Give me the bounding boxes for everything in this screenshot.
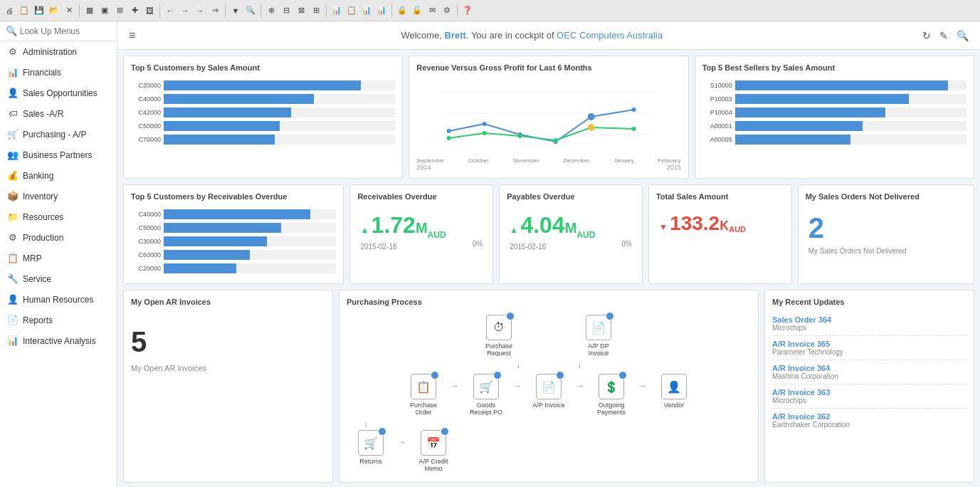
grid-icon[interactable]: ▣: [98, 4, 111, 17]
sidebar-item-purchasing[interactable]: 🛒 Purchasing - A/P: [0, 124, 117, 145]
vendor-icon-box[interactable]: 👤: [661, 374, 687, 399]
down-arrow-icon: [659, 222, 670, 232]
report1-icon[interactable]: 📊: [330, 4, 343, 17]
financials-icon: 📊: [7, 67, 19, 78]
zoom-icon[interactable]: 🔍: [244, 4, 257, 17]
cockpit-text: . You are in cockpit of: [466, 30, 557, 41]
bar-row: C30000: [131, 236, 336, 246]
view2-icon[interactable]: ⊟: [280, 4, 293, 17]
bar-track: [164, 121, 395, 131]
add-icon[interactable]: ✚: [128, 4, 141, 17]
sales-ar-icon: 🏷: [7, 108, 19, 119]
purchase-request-icon-box[interactable]: ⏱: [486, 315, 512, 340]
ap-credit-icon-box[interactable]: 📅: [421, 430, 446, 456]
refresh-icon[interactable]: ↻: [922, 30, 931, 41]
service-icon: 🔧: [7, 273, 19, 284]
sidebar-item-resources[interactable]: 📁 Resources: [0, 206, 117, 227]
bar-track: [164, 108, 395, 117]
sidebar-item-business-partners[interactable]: 👥 Business Partners: [0, 145, 117, 165]
ap-invoice-label: A/P Invoice: [532, 402, 564, 409]
receivables-overdue-title: Receivables Overdue: [357, 192, 485, 201]
svg-point-14: [632, 127, 636, 131]
sidebar-item-production[interactable]: ⚙ Production: [0, 227, 117, 248]
sidebar-item-inventory[interactable]: 📦 Inventory: [0, 186, 117, 206]
sidebar-label-service: Service: [23, 274, 51, 284]
bar-label: C70000: [131, 136, 161, 143]
year-labels: 2014 2015: [416, 164, 680, 171]
lock1-icon[interactable]: 🔒: [396, 4, 409, 17]
search-input[interactable]: [20, 26, 111, 36]
total-sales-title: Total Sales Amount: [656, 192, 784, 201]
save-icon[interactable]: 💾: [33, 4, 46, 17]
chart-icon[interactable]: ▦: [83, 4, 96, 17]
sidebar-item-administration[interactable]: ⚙ Administration: [0, 41, 117, 62]
table-icon[interactable]: ⊞: [113, 4, 126, 17]
sidebar-item-sales-opportunities[interactable]: 👤 Sales Opportunities: [0, 83, 117, 103]
ap-dp-invoice-icon-box[interactable]: 📄: [586, 315, 611, 340]
sidebar-item-sales-ar[interactable]: 🏷 Sales -A/R: [0, 103, 117, 124]
filter-icon[interactable]: ▼: [229, 4, 242, 17]
company-link[interactable]: OEC Computers Australia: [557, 30, 663, 41]
bar-row: C70000: [131, 135, 395, 145]
sidebar-item-mrp[interactable]: 📋 MRP: [0, 248, 117, 268]
bar-row: C20000: [131, 263, 336, 273]
recent-link-5[interactable]: A/R Invoice 362: [772, 412, 966, 421]
sidebar-item-service[interactable]: 🔧 Service: [0, 268, 117, 289]
image-icon[interactable]: 🖼: [143, 4, 156, 17]
back-icon[interactable]: ←: [164, 4, 176, 17]
apc-badge: [441, 427, 449, 436]
open-icon[interactable]: 📂: [48, 4, 60, 17]
recent-link-4[interactable]: A/R Invoice 363: [772, 388, 966, 397]
recent-link-3[interactable]: A/R Invoice 364: [772, 364, 966, 372]
sep3: [225, 4, 226, 17]
view4-icon[interactable]: ⊞: [310, 4, 322, 17]
print-icon[interactable]: 🖨: [3, 4, 16, 17]
top5-sales-title: Top 5 Customers by Sales Amount: [131, 63, 395, 72]
view3-icon[interactable]: ⊠: [295, 4, 307, 17]
header-search-icon[interactable]: 🔍: [957, 30, 969, 41]
last-icon[interactable]: ⇒: [209, 4, 221, 17]
view1-icon[interactable]: ⊕: [265, 4, 278, 17]
forward-icon[interactable]: →: [179, 4, 191, 17]
ap-credit-label: A/P CreditMemo: [419, 458, 448, 472]
settings-icon[interactable]: ⚙: [441, 4, 453, 17]
bar-row: C40000: [131, 209, 336, 219]
outgoing-payments-icon-box[interactable]: 💲: [599, 374, 624, 399]
mail-icon[interactable]: ✉: [426, 4, 438, 17]
sidebar-item-banking[interactable]: 💰 Banking: [0, 165, 117, 186]
x-label: September: [416, 157, 444, 164]
sidebar-label-hr: Human Resources: [23, 295, 93, 305]
copy-icon[interactable]: 📋: [18, 4, 31, 17]
purchase-order-icon-box[interactable]: 📋: [411, 374, 436, 399]
edit-icon[interactable]: ✎: [939, 30, 948, 41]
payables-up-arrow-icon: [510, 215, 520, 237]
payables-pct: 0%: [621, 240, 631, 251]
recent-link-2[interactable]: A/R Invoice 365: [772, 340, 966, 348]
recent-link-1[interactable]: Sales Order 364: [772, 315, 966, 324]
hamburger-icon[interactable]: ≡: [129, 29, 135, 42]
report4-icon[interactable]: 📊: [375, 4, 388, 17]
bar-track: [164, 263, 336, 273]
returns-icon-box[interactable]: 🛒: [358, 430, 384, 456]
lock2-icon[interactable]: 🔓: [411, 4, 423, 17]
x-label: November: [513, 157, 539, 164]
x-label: October: [468, 157, 488, 164]
ap-invoice-icon-box[interactable]: 📄: [536, 374, 562, 399]
report3-icon[interactable]: 📊: [360, 4, 373, 17]
purchasing-row3: ↓: [347, 419, 751, 430]
help-icon[interactable]: ❓: [461, 4, 474, 17]
bar-label: C60000: [131, 251, 161, 258]
recent-updates-title: My Recent Updates: [772, 298, 966, 306]
sidebar-item-hr[interactable]: 👤 Human Resources: [0, 289, 117, 310]
svg-point-12: [554, 138, 558, 142]
close-icon[interactable]: ✕: [63, 4, 75, 17]
sidebar-item-interactive-analysis[interactable]: 📊 Interactive Analysis: [0, 330, 117, 351]
next-icon[interactable]: →: [194, 4, 206, 17]
goods-receipt-icon-box[interactable]: 🛒: [473, 374, 499, 399]
sidebar-label-resources: Resources: [23, 212, 63, 222]
sidebar-item-financials[interactable]: 📊 Financials: [0, 62, 117, 83]
sidebar-item-reports[interactable]: 📄 Reports: [0, 310, 117, 330]
bar-label: P10004: [702, 109, 732, 116]
report2-icon[interactable]: 📋: [345, 4, 358, 17]
bar-row: C50000: [131, 223, 336, 233]
